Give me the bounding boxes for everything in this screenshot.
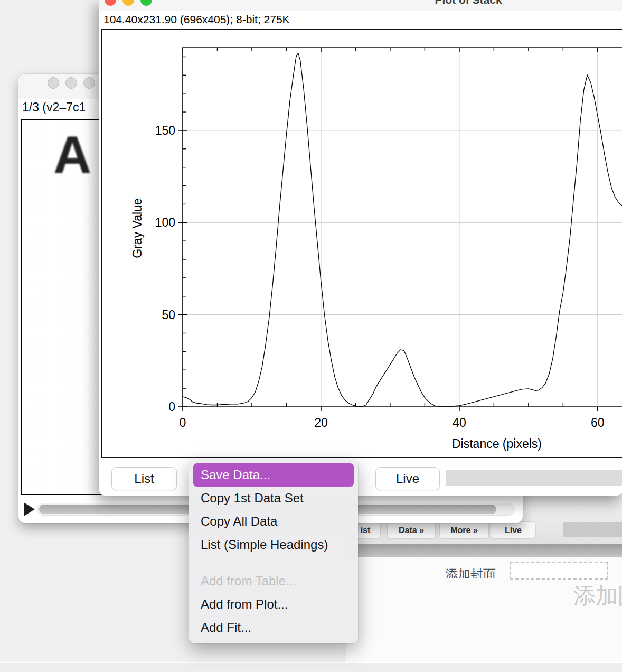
svg-text:20: 20	[314, 416, 328, 430]
svg-text:40: 40	[453, 416, 466, 430]
list-button[interactable]: List	[111, 467, 177, 490]
profile-plot-canvas: 0204060050100150Distance (pixels)Gray Va…	[101, 29, 622, 458]
bg-window-button-live[interactable]: Live	[491, 521, 536, 539]
profile-plot-svg: 0204060050100150Distance (pixels)Gray Va…	[101, 29, 622, 458]
plot-window-slider[interactable]	[446, 470, 622, 486]
svg-text:60: 60	[591, 416, 605, 430]
add-cover-dropzone[interactable]	[510, 562, 608, 580]
menu-item-save-data[interactable]: Save Data...	[193, 463, 354, 487]
svg-text:Gray Value: Gray Value	[130, 198, 144, 258]
play-icon[interactable]	[24, 502, 35, 516]
add-cover-label[interactable]: 添加封面	[445, 566, 504, 578]
menu-item-list-simple-headings[interactable]: List (Simple Headings)	[189, 533, 358, 556]
minimize-button[interactable]	[65, 77, 77, 89]
stack-window-title: 1/3 (v2–7c1	[22, 100, 86, 115]
close-button[interactable]	[48, 77, 59, 89]
add-image-label: 添加图	[573, 581, 622, 611]
profile-line	[183, 53, 622, 407]
zoom-button[interactable]	[83, 77, 95, 89]
menu-item-copy-1st-data-set[interactable]: Copy 1st Data Set	[189, 487, 358, 510]
svg-text:0: 0	[168, 400, 175, 414]
menu-item-add-from-table: Add from Table...	[189, 570, 358, 593]
svg-text:0: 0	[180, 416, 186, 430]
save-data-context-menu: Save Data...Copy 1st Data SetCopy All Da…	[189, 459, 358, 643]
plot-info-line: 104.40x231.90 (696x405); 8-bit; 275K	[103, 13, 290, 26]
menu-item-add-fit[interactable]: Add Fit...	[189, 616, 358, 639]
menu-item-copy-all-data[interactable]: Copy All Data	[189, 510, 358, 533]
bg-window-button-more[interactable]: More »	[439, 521, 489, 539]
plot-window-titlebar: Plot of Stack	[99, 0, 622, 11]
background-window-edge	[346, 544, 622, 557]
svg-text:150: 150	[155, 124, 175, 137]
live-button[interactable]: Live	[375, 467, 440, 490]
page-bottom-strip	[0, 662, 622, 672]
plot-window-title: Plot of Stack	[435, 0, 502, 6]
background-window-slider[interactable]	[563, 522, 622, 537]
plot-of-stack-window: Plot of Stack 104.40x231.90 (696x405); 8…	[99, 0, 622, 496]
menu-separator	[195, 563, 352, 563]
stack-image-letter: A	[53, 125, 91, 185]
desktop: { "plot_window": { "title": "Plot of Sta…	[0, 0, 622, 672]
svg-text:Distance (pixels): Distance (pixels)	[452, 437, 542, 451]
svg-text:100: 100	[155, 216, 175, 229]
svg-text:50: 50	[162, 308, 175, 322]
menu-item-add-from-plot[interactable]: Add from Plot...	[189, 593, 358, 616]
bg-window-button-data[interactable]: Data »	[387, 521, 436, 539]
